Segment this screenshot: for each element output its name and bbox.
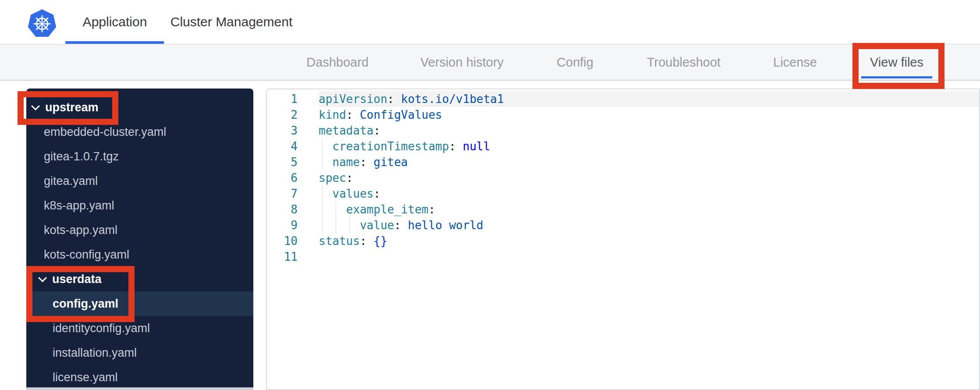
tree-item-label: gitea.yaml [44, 174, 98, 188]
chevron-down-icon [31, 102, 40, 110]
code-line-2[interactable]: 2kind: ConfigValues [267, 107, 979, 123]
code-content: status: {} [319, 233, 979, 249]
token-pun: : [360, 234, 373, 248]
tree-item-label: upstream [45, 101, 99, 114]
nav-tab-config[interactable]: Config [557, 45, 593, 80]
code-content: value: hello world [319, 217, 979, 233]
token-sp [319, 219, 360, 232]
code-line-4[interactable]: 4 creationTimestamp: null [267, 138, 979, 154]
indent-guide [349, 217, 350, 233]
code-content: values: [319, 186, 979, 202]
token-pun: : [449, 140, 462, 153]
token-key: apiVersion [319, 92, 387, 106]
code-content: name: gitea [319, 154, 979, 170]
indent-guide [336, 217, 336, 233]
token-sp [319, 187, 332, 200]
code-line-10[interactable]: 10status: {} [267, 233, 979, 249]
nav-tab-dashboard[interactable]: Dashboard [306, 45, 369, 80]
code-lines: 1apiVersion: kots.io/v1beta12kind: Confi… [267, 91, 979, 265]
tree-item-label: kots-config.yaml [44, 248, 129, 262]
file-editor[interactable]: 1apiVersion: kots.io/v1beta12kind: Confi… [266, 89, 980, 390]
code-content: example_item: [319, 202, 979, 217]
file-gitea-yaml[interactable]: gitea.yaml [26, 169, 253, 193]
code-line-3[interactable]: 3metadata: [267, 123, 979, 138]
file-k8s-app-yaml[interactable]: k8s-app.yaml [26, 193, 253, 218]
token-pun: : [373, 124, 380, 137]
token-key: value [360, 219, 394, 232]
token-str: gitea [373, 156, 408, 169]
code-line-11[interactable]: 11 [267, 249, 979, 265]
token-pun: : [394, 219, 408, 232]
file-identityconfig-yaml[interactable]: identityconfig.yaml [26, 316, 253, 340]
token-pun: : [346, 171, 353, 184]
file-kots-app-yaml[interactable]: kots-app.yaml [26, 218, 253, 242]
file-tree: upstreamembedded-cluster.yamlgitea-1.0.7… [26, 95, 253, 390]
token-key: values [332, 187, 373, 200]
file-config-yaml[interactable]: config.yaml [26, 291, 253, 316]
nav-tab-view-files[interactable]: View files [870, 45, 923, 80]
nav-tab-license[interactable]: License [773, 45, 817, 80]
token-kw: null [463, 140, 490, 153]
token-key: spec [319, 171, 346, 184]
code-line-9[interactable]: 9 value: hello world [267, 217, 979, 233]
tree-item-label: identityconfig.yaml [53, 322, 150, 335]
token-key: kind [319, 108, 346, 121]
file-embedded-cluster-yaml[interactable]: embedded-cluster.yaml [26, 120, 253, 144]
chevron-down-icon [38, 273, 47, 282]
token-sp [319, 203, 346, 216]
line-number: 3 [267, 123, 298, 138]
code-content: apiVersion: kots.io/v1beta1 [319, 91, 979, 107]
nav-tab-troubleshoot[interactable]: Troubleshoot [647, 45, 721, 80]
code-line-8[interactable]: 8 example_item: [267, 202, 979, 217]
indent-guide [322, 154, 323, 170]
token-br: {} [373, 234, 387, 248]
code-line-1[interactable]: 1apiVersion: kots.io/v1beta1 [267, 91, 979, 107]
token-pun: : [373, 187, 380, 200]
code-line-7[interactable]: 7 values: [267, 186, 979, 202]
line-number: 11 [267, 249, 298, 265]
indent-guide [322, 202, 323, 217]
app-header: ApplicationCluster Management [0, 0, 980, 45]
indent-guide [322, 217, 323, 233]
line-number: 8 [267, 202, 298, 217]
code-content: kind: ConfigValues [319, 107, 979, 123]
token-pun: : [387, 92, 401, 106]
tree-item-label: embedded-cluster.yaml [44, 125, 166, 139]
line-number: 5 [267, 154, 298, 170]
line-number: 10 [267, 233, 298, 249]
file-installation-yaml[interactable]: installation.yaml [26, 340, 253, 365]
header-tab-application[interactable]: Application [83, 0, 147, 44]
line-number: 6 [267, 170, 298, 186]
header-tab-cluster-management[interactable]: Cluster Management [170, 0, 292, 44]
file-gitea-1-0-7-tgz[interactable]: gitea-1.0.7.tgz [26, 144, 253, 169]
token-pun: : [428, 203, 435, 216]
code-line-5[interactable]: 5 name: gitea [267, 154, 979, 170]
kots-admin-console: ApplicationCluster Management DashboardV… [0, 0, 980, 390]
line-number: 7 [267, 186, 298, 202]
tree-item-label: config.yaml [53, 297, 118, 311]
nav-tab-version-history[interactable]: Version history [420, 45, 504, 80]
token-key: creationTimestamp [332, 140, 449, 153]
tree-item-label: k8s-app.yaml [44, 199, 114, 213]
file-kots-config-yaml[interactable]: kots-config.yaml [26, 242, 253, 267]
indent-guide [322, 186, 323, 202]
token-key: example_item [346, 203, 429, 216]
tree-item-label: installation.yaml [53, 346, 137, 360]
file-license-yaml[interactable]: license.yaml [26, 365, 253, 390]
code-line-6[interactable]: 6spec: [267, 170, 979, 186]
token-pun: : [360, 156, 373, 169]
tree-item-label: license.yaml [53, 371, 118, 384]
tree-item-label: gitea-1.0.7.tgz [44, 150, 119, 163]
token-sp [319, 156, 332, 169]
token-str: ConfigValues [360, 108, 442, 121]
code-content: creationTimestamp: null [319, 138, 979, 154]
tree-item-label: kots-app.yaml [44, 223, 117, 237]
code-content [319, 249, 979, 265]
token-pun: : [346, 108, 360, 121]
code-content: metadata: [319, 123, 979, 138]
horizontal-scrollbar[interactable] [26, 387, 253, 390]
line-number: 1 [267, 91, 298, 107]
folder-upstream[interactable]: upstream [26, 95, 253, 120]
folder-userdata[interactable]: userdata [26, 267, 253, 291]
token-str: kots.io/v1beta1 [401, 92, 504, 106]
